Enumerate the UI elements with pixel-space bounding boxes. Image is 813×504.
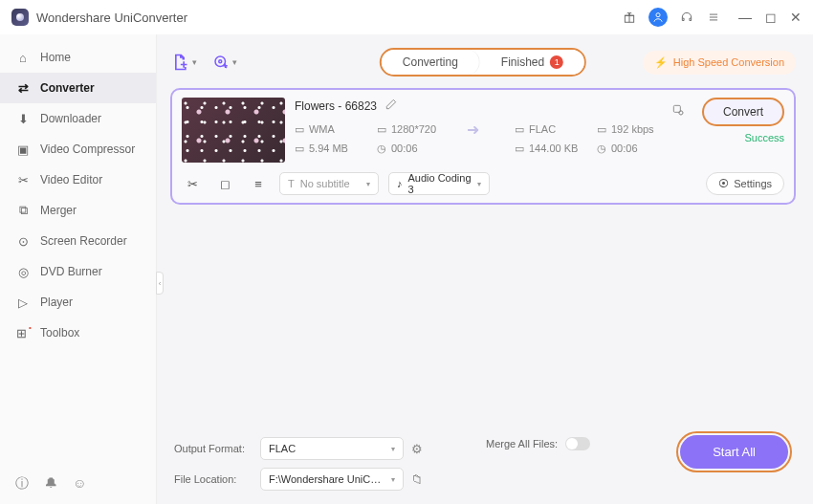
sidebar-item-player[interactable]: ▷Player: [0, 287, 156, 318]
sidebar-item-compressor[interactable]: ▣Video Compressor: [0, 134, 156, 164]
audio-icon: ♪: [397, 178, 403, 189]
file-location-dropdown[interactable]: F:\Wondershare UniConverter▾: [260, 468, 404, 491]
bell-icon[interactable]: 🔔︎: [44, 475, 57, 493]
edit-name-icon[interactable]: [385, 98, 398, 114]
chevron-down-icon: ▾: [192, 57, 197, 67]
menu-icon[interactable]: [706, 10, 721, 25]
src-dur: 00:06: [391, 142, 418, 154]
content-area: ▾ ▾ Converting Finished1 ⚡ High Speed Co…: [157, 34, 813, 504]
bitrate-icon: ▭: [597, 123, 606, 136]
maximize-button[interactable]: ◻: [765, 11, 777, 24]
subtitle-dropdown[interactable]: T No subtitle ▾: [279, 172, 379, 195]
sidebar-item-merger[interactable]: ⧉Merger: [0, 195, 156, 226]
chevron-down-icon: ▾: [232, 57, 237, 67]
converter-icon: ⇄: [15, 80, 31, 96]
src-res: 1280*720: [391, 123, 436, 135]
video-icon: ▭: [295, 123, 304, 136]
merger-icon: ⧉: [15, 203, 31, 218]
search-icon: ⦿: [718, 178, 729, 189]
dst-dur: 00:06: [611, 142, 638, 154]
convert-button[interactable]: Convert: [702, 98, 784, 126]
sidebar-item-editor[interactable]: ✂Video Editor: [0, 164, 156, 195]
tab-converting[interactable]: Converting: [382, 50, 480, 75]
minimize-button[interactable]: —: [738, 11, 752, 24]
add-file-button[interactable]: ▾: [170, 53, 197, 72]
toolbar: ▾ ▾ Converting Finished1 ⚡ High Speed Co…: [170, 42, 796, 82]
editor-icon: ✂: [15, 172, 31, 187]
size-icon: ▭: [515, 142, 524, 155]
resolution-icon: ▭: [377, 123, 386, 136]
gift-icon[interactable]: [622, 10, 637, 25]
chevron-down-icon: ▾: [391, 475, 395, 484]
file-card: Flowers - 66823 ▭WMA ▭1280*720 ➜ ▭FLAC ▭…: [170, 88, 796, 205]
chevron-down-icon: ▾: [391, 445, 395, 453]
toolbox-icon: ⊞: [15, 325, 31, 340]
svg-point-5: [679, 111, 683, 115]
sidebar-item-recorder[interactable]: ⊙Screen Recorder: [0, 226, 156, 256]
file-location-label: File Location:: [174, 473, 253, 485]
sidebar-item-converter[interactable]: ⇄Converter: [0, 73, 156, 103]
collapse-handle[interactable]: ‹: [156, 272, 164, 295]
more-icon[interactable]: ≡: [247, 177, 270, 191]
svg-point-2: [215, 56, 226, 67]
merge-toggle[interactable]: [565, 437, 590, 450]
bottom-bar: Output Format: FLAC▾ ⚙ File Location: F:…: [170, 427, 796, 496]
dvd-icon: ◎: [15, 264, 31, 279]
chevron-down-icon: ▾: [477, 180, 481, 188]
headset-icon[interactable]: [679, 10, 694, 25]
output-format-dropdown[interactable]: FLAC▾: [260, 437, 404, 460]
open-folder-icon[interactable]: 📁︎: [411, 472, 424, 487]
svg-point-3: [219, 60, 222, 63]
sidebar-item-toolbox[interactable]: ⊞Toolbox: [0, 318, 156, 348]
recorder-icon: ⊙: [15, 233, 31, 249]
player-icon: ▷: [15, 295, 31, 310]
output-settings-icon[interactable]: [671, 103, 685, 163]
status-text: Success: [744, 132, 784, 143]
dst-bitrate: 192 kbps: [611, 123, 654, 135]
downloader-icon: ⬇: [15, 111, 31, 126]
start-all-highlight: Start All: [676, 431, 792, 472]
dst-format: FLAC: [529, 123, 556, 135]
tab-finished[interactable]: Finished1: [480, 50, 584, 75]
finished-count-badge: 1: [550, 55, 563, 69]
crop-icon[interactable]: ◻: [214, 177, 237, 191]
arrow-icon: ➜: [467, 121, 490, 139]
trim-icon[interactable]: ✂: [182, 177, 205, 191]
high-speed-conversion[interactable]: ⚡ High Speed Conversion: [643, 51, 796, 75]
sidebar-item-downloader[interactable]: ⬇Downloader: [0, 103, 156, 134]
sidebar-item-dvd[interactable]: ◎DVD Burner: [0, 256, 156, 287]
subtitle-icon: T: [288, 178, 295, 189]
app-logo: [11, 9, 29, 26]
chevron-down-icon: ▾: [366, 180, 370, 188]
output-format-label: Output Format:: [174, 443, 253, 454]
merge-label: Merge All Files:: [486, 438, 558, 449]
format-settings-icon[interactable]: ⚙: [411, 442, 423, 456]
add-disc-button[interactable]: ▾: [212, 54, 237, 71]
status-tabs: Converting Finished1: [380, 48, 586, 77]
close-button[interactable]: ✕: [790, 11, 802, 24]
video-icon: ▭: [515, 123, 524, 136]
sidebar-item-home[interactable]: ⌂Home: [0, 42, 156, 73]
file-name: Flowers - 66823: [295, 99, 377, 113]
size-icon: ▭: [295, 142, 304, 155]
src-format: WMA: [309, 123, 335, 135]
settings-button[interactable]: ⦿ Settings: [706, 172, 784, 195]
dst-size: 144.00 KB: [529, 142, 578, 154]
titlebar: Wondershare UniConverter — ◻ ✕: [0, 0, 813, 34]
clock-icon: ◷: [377, 142, 386, 155]
feedback-icon[interactable]: ☺: [73, 475, 86, 493]
help-icon[interactable]: ⓘ: [15, 475, 29, 493]
clock-icon: ◷: [597, 142, 606, 155]
start-all-button[interactable]: Start All: [680, 435, 788, 469]
sidebar: ⌂Home ⇄Converter ⬇Downloader ▣Video Comp…: [0, 34, 157, 504]
src-size: 5.94 MB: [309, 142, 348, 154]
video-thumbnail[interactable]: [182, 98, 285, 163]
user-badge[interactable]: [648, 8, 668, 27]
compressor-icon: ▣: [15, 142, 31, 157]
svg-point-1: [656, 13, 660, 17]
bolt-icon: ⚡: [654, 56, 668, 69]
app-title: Wondershare UniConverter: [36, 11, 187, 25]
home-icon: ⌂: [15, 50, 31, 65]
audio-codec-dropdown[interactable]: ♪ Audio Coding 3 ▾: [388, 172, 490, 195]
